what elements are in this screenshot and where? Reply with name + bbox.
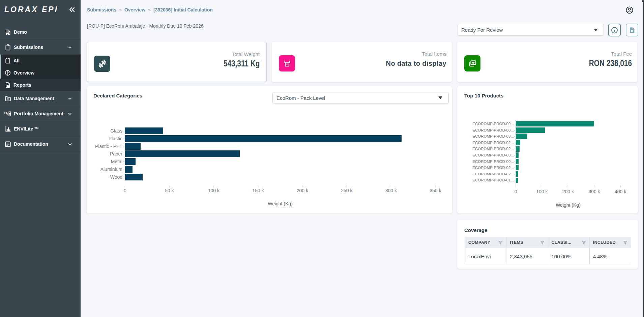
svg-text:Aluminium: Aluminium <box>100 167 122 172</box>
svg-text:Glass: Glass <box>110 128 122 134</box>
svg-text:300 k: 300 k <box>588 189 600 194</box>
svg-text:ECOROMP-PROD-02...: ECOROMP-PROD-02... <box>472 172 514 176</box>
svg-text:ECOROMP-PROD-02...: ECOROMP-PROD-02... <box>472 166 514 170</box>
svg-text:ECOROMP-PROD-00...: ECOROMP-PROD-00... <box>472 160 514 164</box>
svg-text:50 k: 50 k <box>165 188 174 193</box>
svg-text:0: 0 <box>124 188 126 193</box>
svg-text:ECOROMP-PROD-00...: ECOROMP-PROD-00... <box>472 122 514 126</box>
svg-text:100 k: 100 k <box>536 189 548 194</box>
svg-text:0: 0 <box>515 189 517 194</box>
svg-text:Weight (Kg): Weight (Kg) <box>268 201 293 206</box>
svg-text:100 k: 100 k <box>208 188 220 193</box>
svg-text:ECOROMP-PROD-00...: ECOROMP-PROD-00... <box>472 128 514 132</box>
svg-text:ECOROMP-PROD-02...: ECOROMP-PROD-02... <box>472 147 514 151</box>
svg-text:250 k: 250 k <box>341 188 353 193</box>
svg-text:Plastic: Plastic <box>109 136 122 141</box>
svg-text:ECOROMP-PROD-00...: ECOROMP-PROD-00... <box>472 153 514 157</box>
svg-text:150 k: 150 k <box>252 188 264 193</box>
svg-text:Metal: Metal <box>111 159 122 164</box>
svg-text:Wood: Wood <box>110 174 122 180</box>
svg-text:200 k: 200 k <box>562 189 574 194</box>
svg-text:Plastic - PET: Plastic - PET <box>95 144 122 149</box>
svg-text:Weight (Kg): Weight (Kg) <box>556 202 581 208</box>
svg-text:300 k: 300 k <box>385 188 397 193</box>
svg-text:200 k: 200 k <box>297 188 309 193</box>
svg-text:400 k: 400 k <box>615 189 626 194</box>
svg-text:ECOROMP-PROD-01...: ECOROMP-PROD-01... <box>472 178 514 182</box>
svg-text:350 k: 350 k <box>430 188 441 193</box>
svg-text:ECOROMP-PROD-03...: ECOROMP-PROD-03... <box>472 134 514 138</box>
svg-text:ECOROMP-PROD-02...: ECOROMP-PROD-02... <box>472 141 514 145</box>
svg-text:Paper: Paper <box>110 151 123 156</box>
